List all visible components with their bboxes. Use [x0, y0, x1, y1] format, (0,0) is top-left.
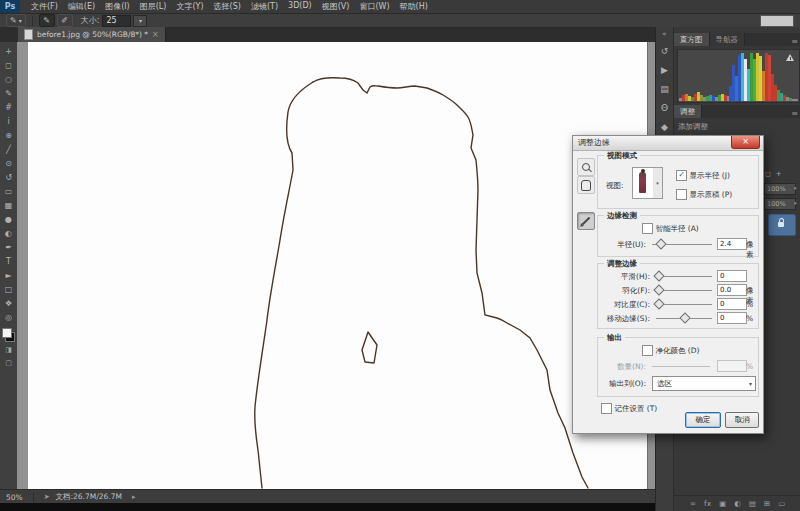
output-to-select[interactable]: 选区 ▾	[652, 376, 756, 391]
tool-quick-select-icon[interactable]: ✎	[2, 87, 15, 100]
info-panel-icon[interactable]: Θ	[661, 103, 668, 113]
feather-value[interactable]: 0.0	[717, 284, 747, 296]
menu-view[interactable]: 视图(V)	[317, 1, 355, 12]
workspace-switcher[interactable]	[760, 15, 794, 27]
smart-radius-checkbox[interactable]	[642, 223, 653, 234]
expand-panels-icon[interactable]: «	[662, 30, 666, 38]
menu-layer[interactable]: 图层(L)	[135, 1, 172, 12]
delete-layer-icon[interactable]: ▭	[778, 499, 785, 508]
layers-lock-transparency-icon[interactable]: ◻	[765, 170, 771, 178]
erase-refinements-toggle[interactable]: ✐	[57, 14, 73, 27]
contrast-slider[interactable]	[656, 304, 712, 305]
tool-move-icon[interactable]: +	[2, 45, 15, 58]
tool-blur-icon[interactable]: ●	[2, 213, 15, 226]
layer-group-icon[interactable]: ▤	[749, 499, 756, 508]
actions-panel-icon[interactable]: ▶	[661, 65, 668, 75]
remember-settings-checkbox[interactable]	[601, 403, 612, 414]
tool-healing-icon[interactable]: ⊕	[2, 129, 15, 142]
tool-zoom-icon[interactable]: ◎	[2, 311, 15, 324]
contrast-value[interactable]: 0	[717, 298, 747, 310]
presets-panel-icon[interactable]: ◆	[661, 122, 668, 132]
zoom-level-field[interactable]: 50%	[0, 493, 29, 502]
brush-panel-icon[interactable]: ▤	[660, 84, 669, 94]
show-radius-row[interactable]: ✓ 显示半径 (J)	[676, 170, 730, 181]
tool-dodge-icon[interactable]: ◐	[2, 227, 15, 240]
menu-image[interactable]: 图像(I)	[100, 1, 135, 12]
decontaminate-row[interactable]: 净化颜色 (D)	[642, 345, 699, 356]
tool-pen-icon[interactable]: ✒	[2, 241, 15, 254]
tool-type-icon[interactable]: T	[2, 255, 15, 268]
history-panel-icon[interactable]: ↺	[661, 46, 669, 56]
slider-thumb[interactable]	[656, 238, 667, 249]
layer-fill-field[interactable]: 100%	[764, 198, 796, 210]
refine-radius-tool[interactable]	[577, 212, 595, 230]
menu-file[interactable]: 文件(F)	[26, 1, 63, 12]
dialog-zoom-tool[interactable]	[577, 158, 595, 176]
shift-edge-slider[interactable]	[656, 318, 712, 319]
view-mode-thumbnail[interactable]	[632, 167, 654, 199]
slider-thumb[interactable]	[653, 284, 664, 295]
adjustment-layer-icon[interactable]: ◐	[734, 499, 741, 508]
slider-thumb[interactable]	[653, 270, 664, 281]
smooth-value[interactable]: 0	[717, 270, 747, 282]
panel-menu-icon[interactable]: ≡	[791, 37, 798, 46]
tool-gradient-icon[interactable]: ▦	[2, 199, 15, 212]
tool-marquee-icon[interactable]: ◻	[2, 59, 15, 72]
brush-size-input[interactable]: 25	[102, 15, 131, 27]
tool-brush-icon[interactable]: ╱	[2, 143, 15, 156]
document-tab[interactable]: before1.jpg @ 50%(RGB/8*) * ×	[18, 27, 166, 42]
menu-edit[interactable]: 编辑(E)	[63, 1, 100, 12]
refine-brush-toggle[interactable]: ✎	[39, 14, 55, 27]
new-layer-icon[interactable]: ⊞	[764, 499, 770, 508]
menu-help[interactable]: 帮助(H)	[395, 1, 433, 12]
feather-slider[interactable]	[656, 290, 712, 291]
tab-navigator[interactable]: 导航器	[710, 33, 746, 46]
dialog-close-button[interactable]: ×	[731, 136, 760, 149]
screen-mode-icon[interactable]: ▢	[2, 356, 15, 369]
tool-crop-icon[interactable]: #	[2, 101, 15, 114]
layer-style-icon[interactable]: fx	[704, 499, 711, 508]
shift-edge-value[interactable]: 0	[717, 312, 747, 324]
histogram-refresh-warning-icon[interactable]	[786, 54, 794, 61]
tool-history-brush-icon[interactable]: ↺	[2, 171, 15, 184]
decontaminate-checkbox[interactable]	[642, 345, 653, 356]
smart-radius-row[interactable]: 智能半径 (A)	[642, 223, 699, 234]
tool-clone-stamp-icon[interactable]: ⊙	[2, 157, 15, 170]
radius-slider[interactable]	[652, 244, 712, 245]
dialog-hand-tool[interactable]	[577, 176, 595, 194]
layer-mask-icon[interactable]: ▣	[719, 499, 726, 508]
show-radius-checkbox[interactable]: ✓	[676, 170, 687, 181]
view-mode-dropdown[interactable]: ▾	[653, 167, 663, 199]
tab-histogram[interactable]: 直方图	[674, 33, 710, 46]
tool-hand-icon[interactable]: ❖	[2, 297, 15, 310]
show-original-checkbox[interactable]	[676, 189, 687, 200]
menu-select[interactable]: 选择(S)	[209, 1, 246, 12]
tool-lasso-icon[interactable]: ○	[2, 73, 15, 86]
menu-type[interactable]: 文字(Y)	[171, 1, 208, 12]
remember-settings-row[interactable]: 记住设置 (T)	[601, 403, 657, 414]
chevron-down-icon[interactable]: ▾	[794, 182, 800, 194]
slider-thumb[interactable]	[653, 298, 664, 309]
chevron-down-icon[interactable]: ▾	[794, 197, 800, 209]
color-swatches[interactable]	[2, 328, 15, 342]
menu-filter[interactable]: 滤镜(T)	[246, 1, 283, 12]
cancel-button[interactable]: 取消	[725, 412, 759, 428]
brush-preset-picker[interactable]: ✎ ▾	[6, 14, 26, 27]
tab-adjustments[interactable]: 调整	[674, 105, 702, 118]
status-flyout-icon[interactable]: ▸	[132, 493, 136, 501]
brush-size-dropdown[interactable]: ▾	[133, 15, 147, 27]
tool-eraser-icon[interactable]: ▭	[2, 185, 15, 198]
document-canvas[interactable]	[28, 42, 648, 490]
smooth-slider[interactable]	[656, 276, 712, 277]
radius-value[interactable]: 2.4	[717, 238, 747, 250]
tool-eyedropper-icon[interactable]: i	[2, 115, 15, 128]
foreground-color-swatch[interactable]	[2, 328, 12, 338]
lock-all-button[interactable]	[768, 214, 796, 236]
tool-shape-icon[interactable]: □	[2, 283, 15, 296]
show-original-row[interactable]: 显示原稿 (P)	[676, 189, 732, 200]
layers-lock-position-icon[interactable]: +	[776, 170, 782, 178]
quick-mask-icon[interactable]: ◨	[2, 343, 15, 356]
layer-opacity-field[interactable]: 100%	[764, 183, 796, 195]
tool-path-select-icon[interactable]: ►	[2, 269, 15, 282]
ok-button[interactable]: 确定	[685, 412, 721, 428]
